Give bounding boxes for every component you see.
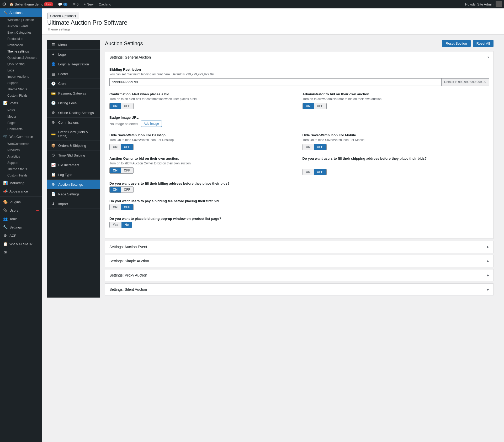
- submenu-posts2[interactable]: Posts: [0, 107, 42, 113]
- submenu-products2[interactable]: Products: [0, 147, 42, 153]
- submenu-product-lot[interactable]: Product/Lot: [0, 36, 42, 42]
- submenu-support2[interactable]: Support: [0, 160, 42, 166]
- fill-shipping-off-btn[interactable]: OFF: [314, 169, 326, 175]
- sidebar-item-settings[interactable]: ⚙ ACF: [0, 231, 42, 240]
- settings-menu-listing-fees[interactable]: 🕐 Listing Fees: [47, 98, 100, 108]
- owner-bid-on-btn[interactable]: ON: [110, 168, 121, 173]
- popup-bid-label: Do you want to place bid using pop-up wi…: [109, 217, 489, 221]
- submenu-welcome[interactable]: Welcome | License: [0, 17, 42, 23]
- screen-options-button[interactable]: Screen Options ▾: [47, 13, 79, 19]
- settings-menu-orders[interactable]: 📦 Orders & Shipping: [47, 141, 100, 150]
- submenu-auction-events[interactable]: Auction Events: [0, 23, 42, 29]
- submenu-theme-settings[interactable]: Theme settings: [0, 48, 42, 55]
- settings-menu-offline[interactable]: ⚙ Offline Dealing Settings: [47, 108, 100, 118]
- message-icon: ✉: [73, 2, 76, 6]
- submenu-support[interactable]: Support: [0, 80, 42, 86]
- submenu-event-categories[interactable]: Event Categories: [0, 29, 42, 36]
- submenu-qa[interactable]: Questions & Answers: [0, 55, 42, 61]
- fill-shipping-on-btn[interactable]: ON: [303, 169, 314, 175]
- settings-menu-credit-card[interactable]: 💳 Credit Card (Hold & Debit): [47, 127, 100, 141]
- submenu-custom-fields[interactable]: Custom Fields: [0, 92, 42, 99]
- section-general-header[interactable]: Settings: General Auction ▾: [105, 51, 493, 63]
- settings-menu-cron[interactable]: 🕐 Cron: [47, 79, 100, 89]
- sidebar-item-posts[interactable]: 📝 Posts: [0, 99, 42, 107]
- bidding-fee-on-btn[interactable]: ON: [110, 204, 121, 210]
- settings-menu-payment[interactable]: 💳 Payment Gateway: [47, 89, 100, 98]
- hide-desktop-on-btn[interactable]: ON: [110, 144, 121, 150]
- sidebar-item-tools[interactable]: 🔧 Settings: [0, 223, 42, 231]
- fill-billing-on-btn[interactable]: ON: [110, 187, 121, 193]
- settings-menu-import[interactable]: ⬇ Import: [47, 199, 100, 209]
- sidebar-item-woocommerce[interactable]: 🛒 WooCommerce: [0, 132, 42, 141]
- sidebar-item-acf[interactable]: 📋 WP Mail SMTP: [0, 240, 42, 248]
- submenu-custom-fields2[interactable]: Custom Fields: [0, 172, 42, 179]
- new-content-link[interactable]: + New: [82, 0, 96, 8]
- fill-billing-label: Do you want users to fill their billing …: [109, 181, 489, 185]
- acf-icon: 📋: [3, 242, 7, 246]
- submenu-theme-status2[interactable]: Theme Status: [0, 166, 42, 172]
- confirmation-off-btn[interactable]: OFF: [121, 103, 133, 109]
- settings-menu-timer[interactable]: ⏱ Timer/Bid Sniping: [47, 150, 100, 160]
- site-name-link[interactable]: 🏠 Seller theme demo Live: [7, 0, 55, 8]
- section-silent-header[interactable]: Settings: Silent Auction ▶: [105, 284, 493, 295]
- admin-bid-off-btn[interactable]: OFF: [314, 103, 326, 109]
- submenu-notification[interactable]: Notification: [0, 42, 42, 48]
- section-event-header[interactable]: Settings: Auction Event ▶: [105, 241, 493, 253]
- submenu-import-auctions[interactable]: Import Auctions: [0, 74, 42, 80]
- page-settings-icon: 📄: [51, 192, 56, 196]
- fill-billing-off-btn[interactable]: OFF: [121, 187, 133, 193]
- sidebar-item-auctions[interactable]: 🔨 Auctions: [0, 8, 42, 17]
- badge-image-row: Badge image URL No image selected Add Im…: [109, 116, 489, 127]
- submenu-comments2[interactable]: Comments: [0, 126, 42, 132]
- comments-link[interactable]: 💬 9: [56, 0, 70, 8]
- settings-menu-logo[interactable]: + Logo: [47, 50, 100, 59]
- admin-bid-on-btn[interactable]: ON: [303, 103, 314, 109]
- section-silent-chevron: ▶: [487, 288, 489, 291]
- settings-menu-menu[interactable]: ☰ Menu: [47, 40, 100, 50]
- sidebar-item-appearance[interactable]: 🎨 Plugins: [0, 198, 42, 206]
- sidebar-item-analytics[interactable]: 📊 Marketing: [0, 179, 42, 187]
- section-proxy-header[interactable]: Settings: Proxy Auction ▶: [105, 269, 493, 281]
- sidebar-item-plugins[interactable]: 🔌 Users: [0, 206, 42, 215]
- section-silent-auction: Settings: Silent Auction ▶: [105, 283, 494, 295]
- bidding-restriction-input[interactable]: [109, 78, 442, 86]
- submenu-pages2[interactable]: Pages: [0, 120, 42, 126]
- settings-menu-auction-settings[interactable]: ⚙ Auction Settings: [47, 180, 100, 189]
- sidebar-item-wpmail[interactable]: ✉: [0, 248, 42, 257]
- hide-mobile-off-btn[interactable]: OFF: [314, 144, 326, 150]
- settings-menu-log-type[interactable]: 📋 Log Type: [47, 170, 100, 180]
- fill-shipping-toggle: ON OFF: [303, 169, 327, 175]
- popup-bid-yes-btn[interactable]: Yes: [110, 222, 121, 228]
- reset-section-button[interactable]: Reset Section: [442, 40, 471, 47]
- hide-mobile-on-btn[interactable]: ON: [303, 144, 314, 150]
- popup-bid-row: Do you want to place bid using pop-up wi…: [109, 217, 489, 228]
- submenu-qa-setting[interactable]: Q&A Setting: [0, 61, 42, 67]
- add-image-button[interactable]: Add Image: [141, 121, 162, 127]
- settings-menu-footer[interactable]: ▤ Footer: [47, 69, 100, 79]
- admin-bid-col: Administrator to bid on their own auctio…: [303, 92, 489, 109]
- confirmation-on-btn[interactable]: ON: [110, 103, 121, 109]
- sidebar-item-users[interactable]: 👥 Tools: [0, 215, 42, 223]
- settings-panel-header: Auction Settings Reset Section Reset All: [105, 40, 494, 47]
- section-simple-header[interactable]: Settings: Simple Auction ▶: [105, 255, 493, 267]
- bidding-fee-off-btn[interactable]: OFF: [121, 204, 133, 210]
- caching-link[interactable]: Caching: [97, 0, 113, 8]
- settings-menu-page-settings[interactable]: 📄 Page Settings: [47, 189, 100, 199]
- reset-all-button[interactable]: Reset All: [473, 40, 494, 47]
- owner-bid-off-btn[interactable]: OFF: [121, 168, 133, 173]
- submenu-media2[interactable]: Media: [0, 113, 42, 120]
- submenu-analytics2[interactable]: Analytics: [0, 153, 42, 160]
- cron-icon: 🕐: [51, 81, 56, 86]
- settings-menu-commissions[interactable]: ⚙ Commissions: [47, 118, 100, 127]
- submenu-theme-status[interactable]: Theme Status: [0, 86, 42, 92]
- settings-menu-login[interactable]: 👤 Login & Registration: [47, 59, 100, 69]
- settings-menu-bid-increment[interactable]: 📈 Bid Increment: [47, 160, 100, 170]
- settings-action-buttons: Reset Section Reset All: [442, 40, 494, 47]
- popup-bid-no-btn[interactable]: No: [121, 222, 132, 228]
- tools-icon: 🔧: [3, 225, 7, 229]
- submenu-logs[interactable]: Logs: [0, 67, 42, 74]
- sidebar-item-marketing[interactable]: 📣 Appearance: [0, 187, 42, 195]
- hide-desktop-off-btn[interactable]: OFF: [121, 144, 133, 150]
- submenu-woocommerce2[interactable]: WooCommerce: [0, 141, 42, 147]
- messages-link[interactable]: ✉ 0: [71, 0, 81, 8]
